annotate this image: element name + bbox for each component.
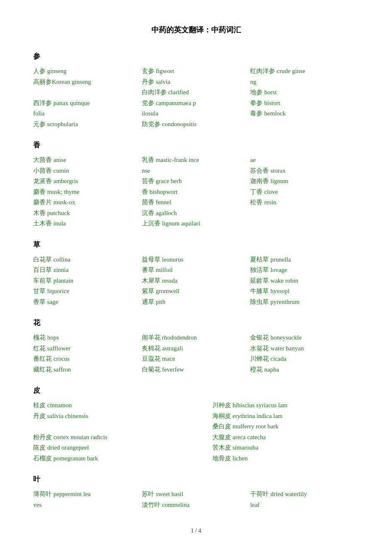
section-pi: 皮 桂皮 cinnamon 丹皮 salivia chinensis 粉丹皮 c… xyxy=(33,386,359,465)
col2-cao: 益母草 leonurus 蓍草 milfoil 木犀草 ressda 紫草 gr… xyxy=(142,254,251,308)
col2-xiang: 乳香 mastic-frank ince nse 芸香 grace herb 香… xyxy=(142,154,251,230)
section-header-can: 参 xyxy=(33,51,359,61)
col1-can: 人参 ginseng 高丽参Korean ginseng 西洋参 panax q… xyxy=(33,65,142,130)
col1-pi: 桂皮 cinnamon 丹皮 salivia chinensis 粉丹皮 cor… xyxy=(33,399,180,465)
col3-hua: 金银花 honeysuckle 水翁花 water banyan 川蝉花 cic… xyxy=(250,332,359,376)
col3-ye: 干荷叶 dried waterlily leaf xyxy=(250,488,359,511)
page-footer: 1 / 4 xyxy=(33,528,359,534)
section-header-cao: 草 xyxy=(33,240,359,249)
section-header-xiang: 香 xyxy=(33,140,359,150)
section-header-ye: 叶 xyxy=(33,474,359,484)
section-can: 参 人参 ginseng 高丽参Korean ginseng 西洋参 panax… xyxy=(33,51,359,130)
col3-xiang: ae 苏合香 storax 迦南香 lignum 丁香 clove 松香 res… xyxy=(250,154,359,230)
col3-cao: 夏枯草 prunella 独活草 lovage 延龄草 wake robin 牛… xyxy=(250,254,359,308)
col2-hua: 闹羊花 rhododendron 炙棉花 astragali 豆蔻花 mace … xyxy=(142,332,251,376)
page-title: 中药的英文翻译：中药词汇 xyxy=(33,25,359,35)
col2-ye: 苏叶 sweet basil 淡竹叶 commelina xyxy=(142,488,251,511)
section-header-pi: 皮 xyxy=(33,386,359,395)
col2-pi xyxy=(180,399,212,465)
col1-hua: 槐花 hops 红花 safflower 番红花 crocus 藏红花 saff… xyxy=(33,332,142,376)
section-cao: 草 白花草 collina 百日草 zinnia 车前草 plantain 甘草… xyxy=(33,240,359,308)
section-hua: 花 槐花 hops 红花 safflower 番红花 crocus 藏红花 sa… xyxy=(33,318,359,376)
section-header-hua: 花 xyxy=(33,318,359,328)
section-xiang: 香 大茴香 anise 小茴香 cumin 龙涎香 ambergris 麝香 m… xyxy=(33,140,359,230)
col1-ye: 薄荷叶 peppermint lea ves xyxy=(33,488,142,511)
section-ye: 叶 薄荷叶 peppermint lea ves 苏叶 sweet basil … xyxy=(33,474,359,511)
col3-pi: 川种皮 hibiscius syriacus lam 海桐皮 erythrina… xyxy=(212,399,359,465)
col3-can: 红肉洋参 crude ginse ng 地参 horst 拳参 bistort … xyxy=(250,65,359,130)
col2-can: 玄参 figwort 丹参 salvia 白肉洋参 clarified 党参 c… xyxy=(142,65,251,130)
col1-cao: 白花草 collina 百日草 zinnia 车前草 plantain 甘草 l… xyxy=(33,254,142,308)
col1-xiang: 大茴香 anise 小茴香 cumin 龙涎香 ambergris 麝香 mus… xyxy=(33,154,142,230)
